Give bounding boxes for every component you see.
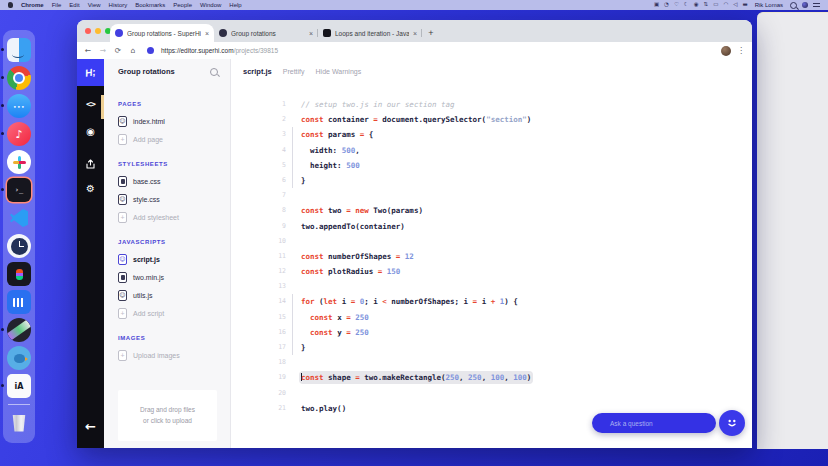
dock-music-icon[interactable] — [7, 122, 31, 146]
code-line-8[interactable]: 8const two = new Two(params) — [231, 203, 752, 218]
browser-tab-1[interactable]: Group rotations - SuperHi× — [110, 24, 214, 42]
code-line-20[interactable]: 20 — [231, 386, 752, 401]
spotlight-search-icon[interactable] — [790, 2, 797, 9]
health-icon[interactable]: ♡ — [674, 2, 679, 8]
code-line-12[interactable]: 12const plotRadius = 150 — [231, 264, 752, 279]
menu-bookmarks[interactable]: Bookmarks — [135, 2, 165, 8]
hide-warnings-button[interactable]: Hide Warnings — [316, 68, 362, 75]
code-line-7[interactable]: 7 — [231, 188, 752, 203]
display-icon[interactable]: ▭ — [713, 2, 718, 8]
dock-clock-icon[interactable] — [7, 234, 31, 258]
back-icon[interactable]: ← — [84, 46, 92, 55]
home-icon[interactable]: ⌂ — [129, 46, 137, 55]
code-text: for (let i = 0; i < numberOfShapes; i = … — [301, 294, 518, 309]
siri-icon[interactable] — [802, 2, 808, 8]
code-line-2[interactable]: 2const container = document.querySelecto… — [231, 112, 752, 127]
code-editor[interactable]: 1// setup two.js in our section tag2cons… — [231, 97, 752, 416]
code-line-17[interactable]: 17} — [231, 340, 752, 355]
reload-icon[interactable]: ⟳ — [114, 46, 122, 55]
clock-icon[interactable]: ◔ — [664, 2, 669, 8]
close-window-button[interactable] — [85, 28, 91, 34]
dock-media-icon[interactable] — [7, 318, 31, 342]
code-line-18[interactable]: 18 — [231, 355, 752, 370]
moon-icon[interactable]: ☾ — [684, 2, 689, 8]
upload-icon[interactable] — [77, 155, 104, 174]
code-icon[interactable]: <> — [77, 99, 104, 109]
sidebar-item-two-min-js[interactable]: two.min.js — [104, 268, 230, 286]
browser-tab-3[interactable]: Loops and iteration - JavaScri× — [318, 24, 422, 42]
code-line-4[interactable]: 4 width: 500, — [231, 143, 752, 158]
file-dropzone[interactable]: Drag and drop files or click to upload — [118, 390, 217, 441]
code-line-1[interactable]: 1// setup two.js in our section tag — [231, 97, 752, 112]
sidebar-item-style-css[interactable]: style.css — [104, 190, 230, 208]
menu-username[interactable]: Rik Lomas — [755, 2, 783, 8]
sync-icon[interactable]: ⇅ — [704, 2, 709, 8]
sidebar-item-script-js[interactable]: script.js — [104, 250, 230, 268]
dock-figma-icon[interactable] — [7, 262, 31, 286]
code-line-14[interactable]: 14for (let i = 0; i < numberOfShapes; i … — [231, 294, 752, 309]
menu-history[interactable]: History — [109, 2, 128, 8]
menu-people[interactable]: People — [173, 2, 192, 8]
ask-question-button[interactable]: Ask a question — [592, 413, 716, 433]
smiley-icon[interactable] — [719, 410, 745, 436]
dock-terminal-icon[interactable] — [7, 178, 31, 202]
code-line-5[interactable]: 5 height: 500 — [231, 158, 752, 173]
sidebar-item-add-script[interactable]: Add script — [104, 304, 230, 322]
sidebar-item-index-html[interactable]: index.html — [104, 112, 230, 130]
wifi-icon[interactable]: ◠ — [723, 2, 728, 8]
dock-trash-icon[interactable] — [7, 411, 31, 435]
dock-messages-icon[interactable] — [7, 94, 31, 118]
battery-icon[interactable]: ▬ — [742, 2, 747, 8]
control-center-icon[interactable] — [813, 3, 820, 8]
code-line-16[interactable]: 16 const y = 250 — [231, 325, 752, 340]
browser-tab-2[interactable]: Group rotations× — [214, 24, 318, 42]
apple-icon[interactable] — [8, 2, 13, 8]
code-line-19[interactable]: 19const shape = two.makeRectangle(250, 2… — [231, 370, 752, 385]
code-line-9[interactable]: 9two.appendTo(container) — [231, 219, 752, 234]
sidebar-item-add-stylesheet[interactable]: Add stylesheet — [104, 208, 230, 226]
menu-view[interactable]: View — [88, 2, 101, 8]
code-line-6[interactable]: 6} — [231, 173, 752, 188]
gear-icon[interactable]: ⚙ — [77, 183, 104, 194]
back-arrow-icon[interactable]: ← — [77, 419, 104, 434]
sidebar-item-upload-images[interactable]: Upload images — [104, 346, 230, 364]
prettify-button[interactable]: Prettify — [283, 68, 305, 75]
menu-edit[interactable]: Edit — [69, 2, 79, 8]
sidebar-item-utils-js[interactable]: utils.js — [104, 286, 230, 304]
dock-vscode-icon[interactable] — [7, 206, 31, 230]
tab-close-icon[interactable]: × — [309, 30, 313, 37]
browser-menu-icon[interactable]: ⋮ — [737, 46, 745, 55]
new-tab-button[interactable]: + — [422, 24, 440, 42]
volume-icon[interactable]: ◁ — [733, 2, 737, 8]
search-icon[interactable] — [210, 68, 218, 76]
code-line-11[interactable]: 11const numberOfShapes = 12 — [231, 249, 752, 264]
menu-chrome[interactable]: Chrome — [21, 2, 44, 8]
background-window[interactable] — [757, 12, 828, 449]
menu-file[interactable]: File — [52, 2, 62, 8]
dock-chrome-icon[interactable] — [7, 66, 31, 90]
code-line-3[interactable]: 3const params = { — [231, 127, 752, 142]
dock-finder-icon[interactable] — [7, 38, 31, 62]
tab-close-icon[interactable]: × — [413, 30, 417, 37]
menu-window[interactable]: Window — [200, 2, 221, 8]
profile-avatar[interactable] — [721, 46, 731, 56]
minimize-window-button[interactable] — [95, 28, 101, 34]
sidebar-item-base-css[interactable]: base.css — [104, 172, 230, 190]
address-text[interactable]: https://editor.superhi.com/projects/3981… — [161, 47, 278, 54]
superhi-logo[interactable]: H; — [77, 59, 104, 86]
dock-slack-icon[interactable] — [7, 150, 31, 174]
code-line-15[interactable]: 15 const x = 250 — [231, 310, 752, 325]
dock-tweetbot-icon[interactable] — [7, 346, 31, 370]
forward-icon[interactable]: → — [99, 46, 107, 55]
record-icon[interactable]: ◉ — [694, 2, 699, 8]
dock-intercom-icon[interactable] — [7, 290, 31, 314]
tab-close-icon[interactable]: × — [205, 30, 209, 37]
menu-help[interactable]: Help — [229, 2, 241, 8]
code-line-13[interactable]: 13 — [231, 279, 752, 294]
eye-icon[interactable]: ◉ — [77, 126, 104, 137]
dock-ia-icon[interactable] — [7, 374, 31, 398]
code-text: const x = 250 — [301, 310, 369, 325]
sidebar-item-add-page[interactable]: Add page — [104, 130, 230, 148]
code-line-10[interactable]: 10 — [231, 234, 752, 249]
screen-mirroring-icon[interactable]: ▣ — [654, 2, 659, 8]
